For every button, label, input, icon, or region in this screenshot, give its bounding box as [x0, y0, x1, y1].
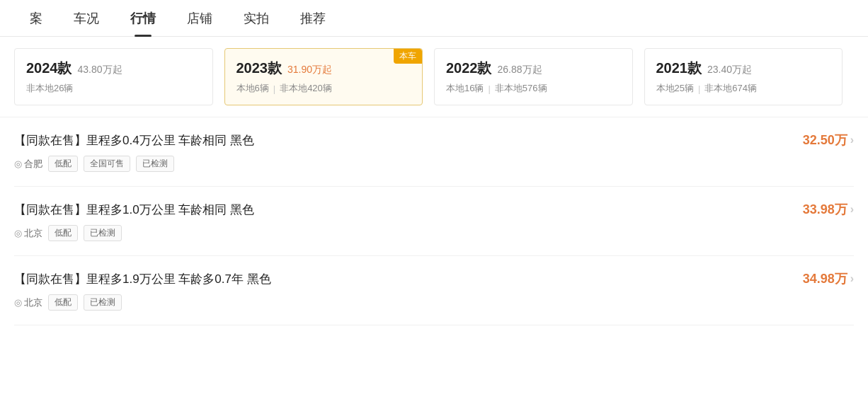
listing-title-2: 【同款在售】里程多1.0万公里 车龄相同 黑色 [14, 202, 254, 218]
non-local-count-2021: 非本地674辆 [704, 82, 757, 95]
tag-1-0: 低配 [48, 156, 78, 172]
year-card-2024[interactable]: 2024款43.80万起非本地26辆 [14, 48, 213, 105]
price-text-3: 34.98万 [803, 270, 847, 287]
listing-title-1: 【同款在售】里程多0.4万公里 车龄相同 黑色 [14, 132, 254, 149]
year-label-2021: 2021款 [656, 59, 702, 78]
location-tag-2: ◎北京 [14, 227, 42, 240]
price-arrow-1: › [850, 134, 854, 146]
listing-price-3[interactable]: 34.98万› [803, 270, 854, 287]
location-tag-3: ◎北京 [14, 296, 42, 309]
tag-2-0: 低配 [48, 225, 78, 241]
local-count-2022: 本地16辆 [446, 82, 484, 95]
non-local-count-2022: 非本地576辆 [495, 82, 547, 95]
nav-item-dianpu[interactable]: 店铺 [171, 0, 228, 37]
price-label-2021: 23.40万起 [707, 64, 752, 76]
nav-item-hangqing[interactable]: 行情 [115, 0, 171, 37]
year-card-2021[interactable]: 2021款23.40万起本地25辆|非本地674辆 [644, 48, 843, 105]
non-local-count-2024: 非本地26辆 [26, 82, 73, 95]
listings-section: 【同款在售】里程多0.4万公里 车龄相同 黑色32.50万›◎合肥低配全国可售已… [0, 117, 868, 325]
nav-item-tuijian[interactable]: 推荐 [285, 0, 341, 37]
location-icon: ◎ [14, 228, 22, 238]
year-label-2022: 2022款 [446, 59, 492, 78]
tag-2-1: 已检测 [84, 225, 122, 241]
location-text-3: 北京 [24, 296, 42, 309]
tag-3-0: 低配 [48, 294, 78, 311]
nav-item-case[interactable]: 案 [14, 0, 58, 37]
listing-tags-3: ◎北京低配已检测 [14, 294, 854, 311]
year-label-2023: 2023款 [236, 59, 282, 78]
divider: | [273, 83, 275, 94]
listing-price-2[interactable]: 33.98万› [803, 201, 854, 218]
listing-tags-2: ◎北京低配已检测 [14, 225, 854, 241]
price-text-1: 32.50万 [803, 132, 847, 149]
location-tag-1: ◎合肥 [14, 158, 42, 170]
listing-price-1[interactable]: 32.50万› [803, 132, 854, 149]
year-label-2024: 2024款 [26, 59, 72, 78]
price-arrow-2: › [850, 203, 854, 216]
non-local-count-2023: 非本地420辆 [280, 82, 332, 95]
nav-item-shipai[interactable]: 实拍 [228, 0, 285, 37]
local-count-2021: 本地25辆 [656, 82, 694, 95]
listing-item-1[interactable]: 【同款在售】里程多0.4万公里 车龄相同 黑色32.50万›◎合肥低配全国可售已… [14, 117, 854, 187]
year-card-2023[interactable]: 2023款31.90万起本地6辆|非本地420辆本车 [224, 48, 423, 105]
nav-item-chekuang[interactable]: 车况 [58, 0, 115, 37]
year-cards-section: 2024款43.80万起非本地26辆2023款31.90万起本地6辆|非本地42… [0, 37, 868, 117]
location-icon: ◎ [14, 158, 22, 169]
listing-item-3[interactable]: 【同款在售】里程多1.9万公里 车龄多0.7年 黑色34.98万›◎北京低配已检… [14, 256, 854, 325]
year-card-2022[interactable]: 2022款26.88万起本地16辆|非本地576辆 [434, 48, 633, 105]
listing-tags-1: ◎合肥低配全国可售已检测 [14, 156, 854, 172]
tag-1-1: 全国可售 [84, 156, 130, 172]
tag-3-1: 已检测 [84, 294, 122, 311]
listing-title-3: 【同款在售】里程多1.9万公里 车龄多0.7年 黑色 [14, 271, 271, 287]
price-label-2024: 43.80万起 [78, 64, 122, 76]
badge-2023: 本车 [394, 49, 422, 64]
divider: | [698, 83, 700, 94]
location-text-2: 北京 [24, 227, 42, 240]
price-arrow-3: › [850, 272, 854, 285]
listing-item-2[interactable]: 【同款在售】里程多1.0万公里 车龄相同 黑色33.98万›◎北京低配已检测 [14, 187, 854, 256]
price-text-2: 33.98万 [803, 201, 847, 218]
price-label-2023: 31.90万起 [287, 64, 332, 76]
price-label-2022: 26.88万起 [498, 64, 542, 76]
location-text-1: 合肥 [24, 158, 42, 170]
local-count-2023: 本地6辆 [236, 82, 269, 95]
divider: | [488, 83, 490, 94]
tag-1-2: 已检测 [136, 156, 174, 172]
top-navigation: 案车况行情店铺实拍推荐 [0, 0, 868, 37]
location-icon: ◎ [14, 297, 22, 308]
